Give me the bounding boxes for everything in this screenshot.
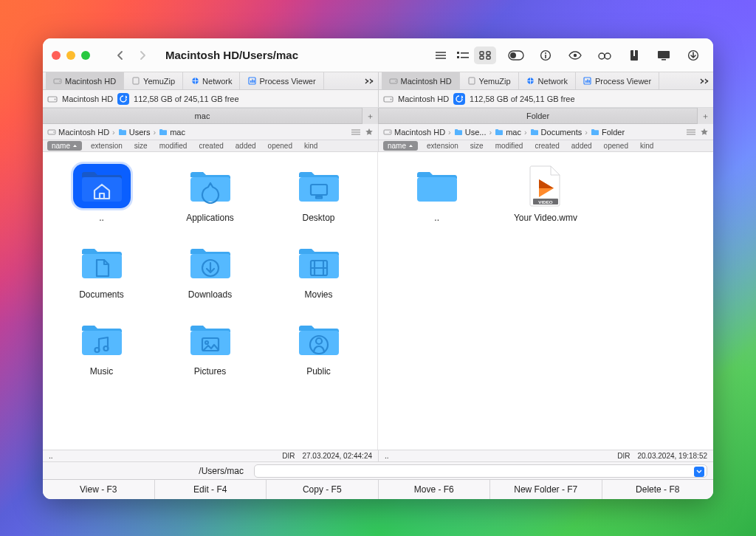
folder-item[interactable]: Applications	[157, 159, 263, 227]
breadcrumb-segment[interactable]: Use...	[454, 128, 487, 137]
location-tab[interactable]: YemuZip	[124, 72, 183, 89]
footer-button[interactable]: Edit - F4	[155, 480, 267, 499]
column-header-created[interactable]: created	[196, 142, 226, 150]
toggle-switch-icon[interactable]	[505, 47, 527, 64]
svg-point-34	[395, 80, 396, 82]
column-header-modified[interactable]: modified	[157, 142, 190, 150]
footer-button[interactable]: New Folder - F7	[490, 480, 602, 499]
breadcrumb-segment[interactable]: Documents	[530, 128, 583, 137]
location-tab[interactable]: Macintosh HD	[382, 72, 460, 89]
svg-rect-78	[417, 177, 457, 202]
right-pane[interactable]: ..VIDEOYour Video.wmv	[378, 152, 713, 450]
column-header-opened[interactable]: opened	[601, 142, 631, 150]
column-header-created[interactable]: created	[532, 142, 562, 150]
add-tab-right[interactable]: ＋	[697, 108, 713, 124]
footer-button[interactable]: View - F3	[43, 480, 155, 499]
list-toggle-icon[interactable]	[687, 128, 695, 136]
pane-tab-right[interactable]: Folder	[379, 111, 697, 120]
star-icon[interactable]	[700, 128, 709, 137]
folder-item[interactable]: ..	[49, 159, 154, 227]
folder-icon	[290, 164, 348, 208]
location-tabs-row: Macintosh HDYemuZipNetworkProcess Viewer…	[43, 72, 713, 90]
svg-rect-75	[299, 331, 339, 355]
footer-button[interactable]: Delete - F8	[602, 480, 714, 499]
column-header-size[interactable]: size	[467, 142, 487, 150]
minimize-button[interactable]	[66, 51, 75, 60]
folder-item[interactable]: Desktop	[266, 159, 371, 227]
pane-tab-left[interactable]: mac	[43, 111, 362, 120]
path-input[interactable]	[254, 464, 707, 478]
breadcrumb-segment[interactable]: Macintosh HD	[47, 128, 109, 137]
folder-icon	[408, 164, 466, 208]
column-header-modified[interactable]: modified	[492, 142, 526, 150]
grid-view-button[interactable]	[474, 47, 496, 64]
column-header-name[interactable]: name	[383, 141, 418, 151]
path-dropdown-icon[interactable]	[694, 467, 704, 477]
nav-forward-button[interactable]	[131, 46, 154, 65]
column-header-kind[interactable]: kind	[637, 142, 656, 150]
location-tab[interactable]: Network	[183, 72, 240, 89]
column-header-opened[interactable]: opened	[265, 142, 295, 150]
close-button[interactable]	[52, 51, 61, 60]
list-view-button[interactable]	[430, 47, 452, 64]
svg-rect-30	[250, 80, 252, 83]
left-pane[interactable]: ..ApplicationsDesktopDocumentsDownloadsM…	[43, 152, 378, 450]
column-header-added[interactable]: added	[233, 142, 259, 150]
file-item[interactable]: VIDEOYour Video.wmv	[492, 159, 598, 227]
location-tab[interactable]: Process Viewer	[240, 72, 323, 89]
breadcrumb-segment[interactable]: Folder	[591, 128, 625, 137]
more-tabs-right[interactable]	[695, 78, 713, 85]
desktop-icon[interactable]	[653, 47, 675, 64]
breadcrumb-segment[interactable]: mac	[159, 128, 185, 137]
reload-right-button[interactable]	[453, 93, 465, 105]
folder-item[interactable]: Movies	[266, 236, 371, 304]
columns-view-button[interactable]	[452, 47, 474, 64]
location-tab[interactable]: YemuZip	[460, 72, 519, 89]
item-label: ..	[99, 213, 104, 223]
column-header-kind[interactable]: kind	[301, 142, 320, 150]
footer-button[interactable]: Copy - F5	[267, 480, 379, 499]
folder-item[interactable]: ..	[384, 159, 489, 227]
svg-rect-22	[658, 51, 670, 58]
info-icon[interactable]	[535, 47, 557, 64]
archive-icon[interactable]	[623, 47, 645, 64]
folder-item[interactable]: Pictures	[157, 313, 263, 381]
tab-label: Network	[202, 77, 232, 86]
column-header-extension[interactable]: extension	[88, 142, 126, 150]
chevron-right-icon: ›	[523, 128, 529, 137]
column-header-name[interactable]: name	[47, 141, 82, 151]
add-tab-left[interactable]: ＋	[362, 108, 378, 124]
more-tabs-left[interactable]	[360, 78, 378, 85]
column-header-extension[interactable]: extension	[424, 142, 461, 150]
globe-icon	[190, 77, 199, 86]
nav-back-button[interactable]	[109, 46, 131, 65]
breadcrumb-segment[interactable]: Users	[118, 128, 151, 137]
column-header-size[interactable]: size	[131, 142, 151, 150]
proc-icon	[247, 77, 256, 86]
location-tab[interactable]: Network	[519, 72, 576, 89]
location-tab[interactable]: Process Viewer	[576, 72, 659, 89]
globe-icon	[526, 77, 535, 86]
column-header-added[interactable]: added	[568, 142, 595, 150]
breadcrumb-segment[interactable]: Macintosh HD	[383, 128, 445, 137]
drive-free-left: 112,58 GB of 245,11 GB free	[134, 95, 238, 103]
svg-point-51	[389, 131, 391, 133]
zoom-button[interactable]	[81, 51, 90, 60]
folder-item[interactable]: Downloads	[157, 236, 263, 304]
star-icon[interactable]	[365, 128, 374, 137]
footer-button[interactable]: Move - F6	[379, 480, 491, 499]
folder-item[interactable]: Public	[266, 313, 371, 381]
folder-item[interactable]: Music	[49, 313, 154, 381]
svg-rect-35	[469, 78, 475, 84]
reload-left-button[interactable]	[117, 93, 129, 105]
folder-item[interactable]: Documents	[49, 236, 154, 304]
svg-rect-69	[82, 331, 122, 355]
breadcrumb-segment[interactable]: mac	[495, 128, 521, 137]
location-tab[interactable]: Macintosh HD	[46, 72, 124, 89]
svg-rect-9	[480, 56, 484, 59]
binoculars-icon[interactable]	[594, 47, 616, 64]
list-toggle-icon[interactable]	[351, 128, 360, 136]
item-label: Your Video.wmv	[514, 213, 577, 223]
eye-icon[interactable]	[564, 47, 586, 64]
download-icon[interactable]	[682, 47, 704, 64]
